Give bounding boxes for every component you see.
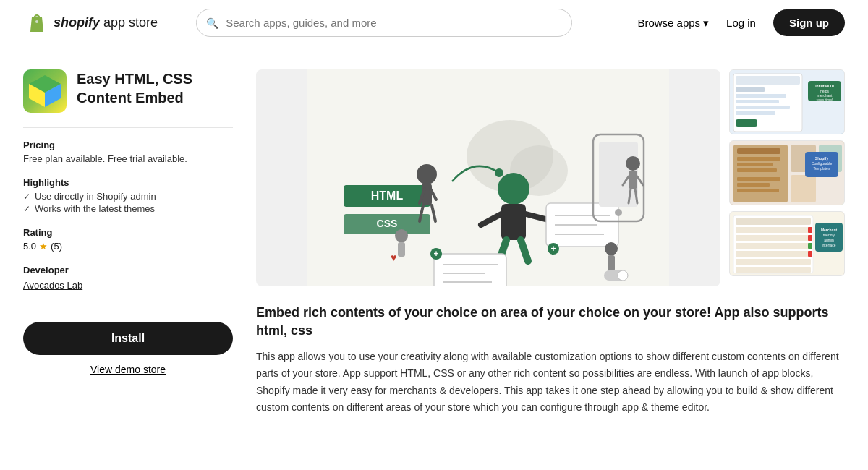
pricing-label: Pricing (23, 140, 233, 150)
shopify-bag-icon (23, 10, 49, 36)
svg-rect-87 (736, 243, 811, 249)
svg-text:CSS: CSS (377, 218, 398, 229)
svg-rect-80 (737, 183, 770, 187)
svg-text:♥: ♥ (391, 252, 396, 263)
svg-rect-91 (808, 227, 812, 233)
svg-point-49 (495, 168, 503, 177)
svg-text:HTML: HTML (371, 189, 404, 202)
check-icon-2: ✓ (23, 204, 30, 214)
highlight-item-2: ✓ Works with the latest themes (23, 203, 233, 214)
app-name: Easy HTML, CSS Content Embed (77, 69, 192, 107)
svg-rect-55 (736, 87, 765, 92)
svg-rect-45 (398, 242, 405, 257)
svg-rect-48 (608, 255, 615, 271)
highlights-list: ✓ Use directly in Shopify admin ✓ Works … (23, 191, 233, 214)
app-icon (23, 69, 67, 113)
side-screenshots: Intuitive UI helps merchant save time! (729, 69, 845, 286)
svg-rect-90 (736, 267, 811, 273)
rating-value: 5.0 (23, 241, 36, 252)
svg-rect-18 (501, 204, 526, 240)
main-content: Easy HTML, CSS Content Embed Pricing Fre… (0, 46, 868, 416)
svg-text:Templates: Templates (814, 166, 830, 171)
svg-rect-93 (808, 243, 812, 249)
app-name-line2: Content Embed (77, 88, 192, 107)
screenshots-area: HTML CSS (256, 69, 845, 286)
svg-rect-77 (737, 163, 773, 166)
search-input[interactable] (196, 9, 572, 37)
rating-label: Rating (23, 227, 233, 238)
svg-rect-78 (737, 168, 777, 172)
svg-rect-85 (736, 227, 811, 233)
highlight-item-1: ✓ Use directly in Shopify admin (23, 191, 233, 202)
svg-point-11 (417, 164, 437, 184)
svg-text:admin: admin (824, 238, 834, 242)
svg-rect-58 (736, 106, 790, 109)
view-demo-button[interactable]: View demo store (23, 364, 233, 375)
svg-text:+: + (550, 244, 556, 254)
thumbnail-3[interactable]: Merchant friendly admin interface (729, 211, 845, 276)
developer-label: Developer (23, 265, 233, 275)
svg-rect-56 (736, 94, 786, 98)
svg-rect-76 (737, 157, 780, 161)
app-title-area: Easy HTML, CSS Content Embed (23, 69, 233, 113)
svg-rect-60 (736, 119, 757, 127)
svg-point-37 (615, 209, 622, 216)
thumbnail-2[interactable]: Shopify Configurable Templates (729, 140, 845, 205)
svg-text:Merchant: Merchant (821, 228, 838, 232)
highlights-section: Highlights ✓ Use directly in Shopify adm… (23, 177, 233, 214)
login-button[interactable]: Log in (726, 17, 756, 29)
sidebar-divider (23, 127, 233, 128)
svg-text:interface: interface (822, 243, 835, 247)
svg-rect-75 (737, 148, 780, 154)
svg-rect-92 (808, 235, 812, 241)
svg-rect-39 (629, 171, 637, 189)
svg-rect-86 (736, 235, 811, 241)
rating-section: Rating 5.0 ★ (5) (23, 227, 233, 252)
pricing-value: Free plan available. Free trial availabl… (23, 153, 233, 164)
svg-rect-88 (736, 251, 811, 257)
svg-text:Configurable: Configurable (812, 161, 833, 166)
svg-point-47 (605, 242, 618, 255)
main-screenshot-image: HTML CSS (256, 69, 720, 286)
svg-rect-81 (737, 189, 779, 192)
install-button[interactable]: Install (23, 322, 233, 355)
svg-rect-59 (736, 111, 775, 115)
description-heading: Embed rich contents of your choice on ar… (256, 304, 845, 340)
svg-rect-95 (815, 223, 843, 252)
search-bar[interactable]: 🔍 (196, 9, 572, 37)
svg-rect-84 (736, 218, 811, 225)
star-icon: ★ (39, 241, 48, 252)
svg-rect-94 (808, 251, 812, 257)
main-screenshot[interactable]: HTML CSS (256, 69, 720, 286)
svg-text:Intuitive UI: Intuitive UI (815, 84, 834, 88)
logo-text: shopify app store (54, 15, 158, 30)
header: shopify app store 🔍 Browse apps ▾ Log in… (0, 0, 868, 46)
highlights-label: Highlights (23, 177, 233, 188)
svg-rect-69 (791, 175, 816, 202)
developer-section: Developer Avocados Lab (23, 265, 233, 291)
developer-link[interactable]: Avocados Lab (23, 280, 82, 291)
svg-text:friendly: friendly (823, 233, 835, 237)
svg-rect-54 (736, 76, 800, 85)
svg-rect-57 (736, 100, 779, 103)
signup-button[interactable]: Sign up (773, 9, 845, 36)
svg-text:+: + (433, 249, 438, 259)
svg-point-17 (498, 173, 529, 205)
sidebar: Easy HTML, CSS Content Embed Pricing Fre… (23, 69, 233, 416)
search-icon: 🔍 (206, 17, 218, 29)
pricing-section: Pricing Free plan available. Free trial … (23, 140, 233, 164)
svg-text:save time!: save time! (817, 98, 833, 102)
thumbnail-1[interactable]: Intuitive UI helps merchant save time! (729, 69, 845, 134)
svg-point-44 (395, 229, 408, 242)
svg-point-51 (618, 270, 628, 281)
rating-area: 5.0 ★ (5) (23, 241, 233, 252)
app-name-line1: Easy HTML, CSS (77, 69, 192, 88)
description-text: This app allows you to use your creativi… (256, 349, 845, 415)
svg-point-38 (626, 156, 640, 171)
rating-count: (5) (51, 241, 62, 252)
logo: shopify app store (23, 10, 158, 36)
browse-apps-button[interactable]: Browse apps ▾ (637, 17, 709, 30)
check-icon-1: ✓ (23, 192, 30, 202)
content-area: HTML CSS (256, 69, 845, 416)
svg-text:Shopify: Shopify (815, 156, 829, 161)
